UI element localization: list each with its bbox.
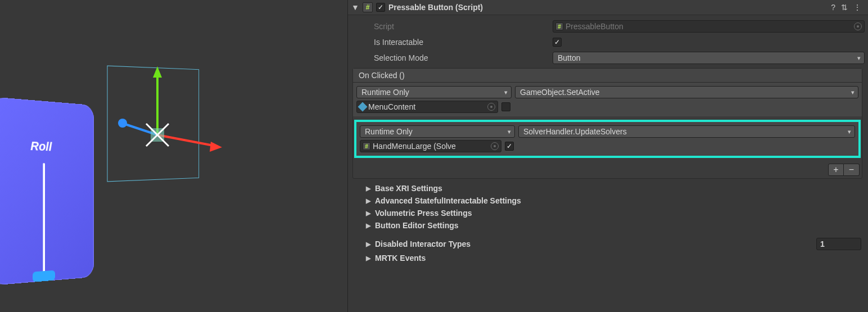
ui-panel-3d: Roll [0, 97, 94, 286]
inspector-panel: ▼ # Pressable Button (Script) ? ⇅ ⋮ Scri… [347, 0, 868, 312]
foldout-label: Button Editor Settings [375, 221, 459, 230]
is-interactable-label: Is Interactable [350, 38, 553, 47]
foldout-button-editor[interactable]: ▶ Button Editor Settings [350, 219, 865, 232]
chevron-right-icon: ▶ [366, 255, 372, 262]
script-object-field: # PressableButton [553, 20, 865, 33]
event-add-remove: + − [353, 161, 862, 178]
selection-mode-label: Selection Mode [350, 53, 553, 62]
foldout-disabled-interactor[interactable]: ▶ Disabled Interactor Types 1 [350, 236, 865, 252]
event-arg-checkbox[interactable] [505, 142, 514, 151]
help-icon[interactable]: ? [831, 3, 835, 12]
event-target-value: HandMenuLarge (Solve [373, 142, 456, 151]
component-title: Pressable Button (Script) [388, 3, 828, 12]
chevron-right-icon: ▶ [366, 185, 372, 192]
call-state-dropdown[interactable]: Runtime Only [356, 86, 512, 98]
function-value: SolverHandler.UpdateSolvers [523, 127, 627, 136]
svg-marker-3 [210, 142, 222, 152]
chevron-right-icon: ▶ [366, 210, 372, 217]
selection-mode-value: Button [558, 53, 580, 62]
selection-outline [107, 66, 199, 182]
preset-icon[interactable]: ⇅ [841, 3, 848, 12]
function-value: GameObject.SetActive [520, 88, 600, 97]
function-dropdown[interactable]: GameObject.SetActive [515, 86, 858, 98]
object-picker-icon [854, 22, 862, 30]
on-clicked-event: On Clicked () Runtime Only GameObject.Se… [352, 68, 862, 179]
chevron-right-icon: ▶ [366, 222, 372, 229]
selection-mode-dropdown[interactable]: Button [553, 52, 865, 64]
call-state-value: Runtime Only [361, 88, 409, 97]
component-foldout[interactable]: ▼ [351, 3, 359, 12]
script-value: PressableButton [566, 22, 623, 31]
call-state-value: Runtime Only [365, 127, 413, 136]
foldout-label: MRTK Events [375, 254, 426, 263]
event-target-value: MenuContent [368, 102, 415, 111]
selection-mode-row: Selection Mode Button [350, 51, 865, 65]
roll-label: Roll [30, 139, 52, 155]
event-target-field[interactable]: MenuContent [356, 101, 498, 113]
remove-event-button[interactable]: − [844, 164, 860, 176]
object-picker-icon[interactable] [491, 142, 499, 150]
foldout-base-xri[interactable]: ▶ Base XRI Settings [350, 182, 865, 195]
script-label: Script [350, 22, 553, 31]
function-dropdown[interactable]: SolverHandler.UpdateSolvers [518, 125, 855, 138]
script-icon: # [363, 2, 373, 12]
context-menu-icon[interactable]: ⋮ [853, 3, 861, 12]
event-entry-1: Runtime Only SolverHandler.UpdateSolvers… [354, 120, 861, 158]
foldout-label: Volumetric Press Settings [375, 209, 472, 218]
event-header: On Clicked () [353, 69, 862, 83]
chevron-right-icon: ▶ [366, 241, 372, 248]
script-icon: # [555, 22, 563, 30]
component-enabled-checkbox[interactable] [376, 3, 385, 12]
foldout-label: Advanced StatefulInteractable Settings [375, 196, 521, 205]
event-arg-checkbox[interactable] [501, 102, 510, 111]
gameobject-icon [358, 102, 368, 112]
foldout-label: Disabled Interactor Types [375, 239, 471, 248]
slider-knob [33, 270, 55, 282]
scene-view[interactable]: Roll [0, 0, 347, 312]
event-entry-0: Runtime Only GameObject.SetActive MenuCo… [353, 83, 862, 116]
slider-track [43, 163, 45, 275]
call-state-dropdown[interactable]: Runtime Only [360, 125, 515, 138]
disabled-interactor-count[interactable]: 1 [816, 238, 861, 250]
script-icon: # [363, 142, 370, 150]
chevron-right-icon: ▶ [366, 197, 372, 205]
is-interactable-checkbox[interactable] [553, 38, 562, 47]
foldout-label: Base XRI Settings [375, 184, 442, 193]
is-interactable-row: Is Interactable [350, 35, 865, 49]
add-event-button[interactable]: + [828, 164, 844, 176]
foldout-advanced-stateful[interactable]: ▶ Advanced StatefulInteractable Settings [350, 195, 865, 207]
object-picker-icon[interactable] [487, 103, 495, 111]
foldout-mrtk-events[interactable]: ▶ MRTK Events [350, 252, 865, 264]
script-row: Script # PressableButton [350, 20, 865, 33]
component-header[interactable]: ▼ # Pressable Button (Script) ? ⇅ ⋮ [348, 0, 868, 15]
foldout-volumetric-press[interactable]: ▶ Volumetric Press Settings [350, 207, 865, 219]
event-target-field[interactable]: # HandMenuLarge (Solve [360, 140, 501, 152]
